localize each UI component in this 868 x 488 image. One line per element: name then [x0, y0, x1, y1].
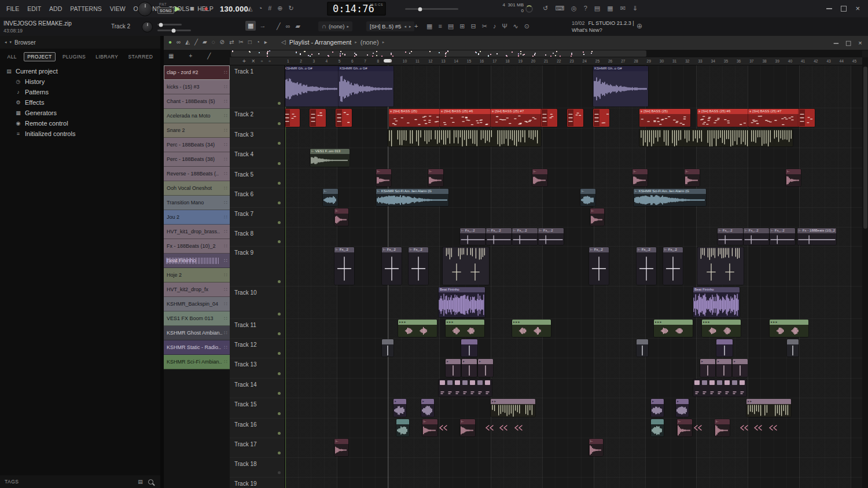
clip-bassS[interactable] [541, 109, 557, 127]
touch-controller-icon[interactable]: Ψ [502, 23, 507, 30]
clip-fx-2[interactable]: ⊢Fx_..2 [770, 228, 795, 245]
play-button[interactable]: ▶ [175, 3, 181, 14]
clip-fx-2[interactable]: ⊢Fx_..2 [538, 228, 564, 245]
track-mute-led[interactable] [278, 280, 281, 283]
clip-green[interactable]: ▸ ▸ ▸ [446, 320, 484, 337]
record-here-icon[interactable]: ● [168, 39, 172, 45]
track-lane-17[interactable]: ⊢⊢ [285, 438, 862, 458]
clip-beat-fininho[interactable]: Beat Fininho [693, 287, 740, 317]
track-mute-led[interactable] [278, 392, 281, 395]
menu-patterns[interactable]: PATTERNS [66, 5, 105, 12]
pattern-grid-icon[interactable]: ∷ [224, 200, 227, 206]
midi-keyboard-icon[interactable]: ▦ [607, 5, 613, 12]
pat-toggle[interactable]: PAT [157, 2, 174, 7]
track-lane-7[interactable]: ⊢⊢ [285, 208, 862, 228]
track-header-7[interactable]: Track 7 [230, 208, 285, 228]
cut-icon[interactable]: ✂ [482, 23, 487, 30]
track-lane-3[interactable] [285, 129, 862, 148]
mixer-icon[interactable]: ≡ [438, 23, 442, 30]
tab-project[interactable]: PROJECT [24, 52, 55, 61]
clip-fx-2[interactable]: ⊢Fx_.2 [334, 247, 354, 285]
tree-item-initialized-controls[interactable]: ≡Initialized controls [0, 129, 160, 139]
clip-mauveS[interactable]: ▸ [462, 359, 477, 377]
link-tool-icon[interactable]: ∞ [286, 23, 290, 30]
clip-vbars[interactable] [388, 129, 541, 146]
clip-vbars[interactable] [639, 129, 793, 146]
clip-spikeP[interactable]: ⊢ [590, 208, 604, 226]
vertical-scrollbar[interactable] [862, 57, 868, 488]
clip-sh-bass-25-6[interactable]: ≡[SH] BASS (25) #6 [697, 109, 748, 127]
pattern-prev-icon[interactable]: ◂ [404, 24, 406, 28]
pitch-slider[interactable] [157, 30, 191, 31]
pattern-grid-icon[interactable]: ∷ [224, 142, 227, 148]
clip-spikeP[interactable]: ⊢ [589, 439, 603, 456]
clip-bassS[interactable] [285, 109, 300, 127]
track-mute-led[interactable] [278, 452, 281, 454]
playback-follow-icon[interactable]: → [259, 23, 266, 29]
vertical-scroll-thumb[interactable] [863, 67, 867, 229]
tree-item-patterns[interactable]: ♪Patterns [0, 87, 160, 97]
pencil-icon[interactable]: ╱ [194, 39, 198, 45]
track-header-17[interactable]: Track 17 [230, 438, 285, 458]
track-lane-19[interactable] [285, 478, 862, 488]
download-icon[interactable]: ⇓ [632, 5, 638, 12]
track-header-14[interactable]: Track 14 [230, 379, 285, 398]
clip-tick[interactable] [693, 419, 706, 436]
globe-icon[interactable]: ⊕ [637, 22, 642, 30]
track-mute-led[interactable] [278, 240, 281, 243]
pattern-hoje-2[interactable]: Hoje 2∷ [164, 268, 230, 282]
clip-spikeP[interactable]: ⊢ [632, 169, 648, 186]
pattern-hvt-kit1-drop-brass[interactable]: HVT_kit1_drop_brass..∷ [164, 225, 230, 239]
close-button[interactable]: × [855, 6, 860, 12]
clip-tick[interactable] [768, 419, 781, 436]
clip-purpleS[interactable]: ▸ [676, 399, 689, 417]
pattern-jou-2[interactable]: Jou 2∷ [164, 210, 230, 225]
draw-tool-icon[interactable]: ╱ [277, 23, 281, 30]
clip-sh-bass-25-7[interactable]: ≡[SH] BASS (25) #7 [491, 109, 542, 127]
pattern-grid-icon[interactable]: ∷ [224, 258, 227, 263]
magnet-icon[interactable]: ◭ [185, 39, 190, 45]
clip-purpleS[interactable]: ▸ [651, 399, 664, 417]
tree-item-remote-control[interactable]: ◉Remote control [0, 118, 160, 129]
clip-fx-2[interactable]: ⊢Fx_..2 [512, 228, 538, 245]
clip-tick[interactable] [499, 419, 512, 436]
track-header-12[interactable]: Track 12 [230, 339, 285, 358]
stop-button[interactable]: ■ [190, 3, 194, 14]
pattern-clap-zord-2[interactable]: clap - zord #2∷ [164, 65, 230, 80]
collapse-left-icon[interactable]: ◂ [5, 40, 7, 45]
clip-spikeP[interactable]: ⊢ [428, 169, 443, 186]
pattern-next-icon[interactable]: ▸ [409, 24, 411, 28]
clip-mauveS[interactable]: ▸ [700, 359, 715, 377]
timeline-ruler[interactable]: 1234567891011121314151617181920212223242… [285, 57, 862, 65]
pattern-grid-icon[interactable]: ∷ [224, 156, 227, 162]
track-lane-10[interactable]: Beat FininhoBeat Fininho [285, 287, 862, 319]
pattern-ooh-vocal-oneshot[interactable]: Ooh Vocal Oneshot∷ [164, 181, 230, 196]
track-header-2[interactable]: Track 2 [230, 108, 285, 129]
chat-icon[interactable]: ✉ [620, 5, 626, 12]
track-mute-led[interactable] [278, 412, 281, 415]
track-mute-led[interactable] [278, 372, 281, 375]
monitor-knob[interactable] [142, 21, 153, 32]
pattern-kshmr-static-radio[interactable]: KSHMR Static - Radio..∷ [164, 340, 230, 355]
master-volume-slider[interactable] [405, 8, 458, 10]
clip-fx-2[interactable]: ⊢Fx_..2 [718, 228, 743, 245]
pattern-grid-icon[interactable]: ∷ [224, 330, 227, 336]
clip-spikeP[interactable]: ⊢ [786, 169, 801, 186]
collapse-down-icon[interactable]: ▾ [10, 40, 12, 45]
clip-spikeP[interactable]: ⊢ [685, 169, 700, 186]
tab-library[interactable]: LIBRARY [93, 53, 121, 61]
clip-lineP[interactable] [716, 339, 733, 357]
clip-fx-2[interactable]: ⊢Fx_..2 [744, 228, 769, 245]
main-volume-knob[interactable] [138, 2, 152, 16]
track-header-13[interactable]: Track 13 [230, 358, 285, 379]
clip-tick[interactable] [439, 419, 451, 436]
track-header-10[interactable]: Track 10 [230, 287, 285, 319]
clip-bassS[interactable] [799, 109, 815, 127]
pattern-grid-icon[interactable]: ∷ [224, 185, 227, 191]
clip-spikeP[interactable]: ⊢ [422, 419, 437, 436]
save-icon[interactable]: ▤ [594, 5, 600, 12]
tab-plugins[interactable]: PLUGINS [60, 53, 89, 61]
track-header-11[interactable]: Track 11 [230, 319, 285, 339]
clip-sh-bass-25-7[interactable]: ≡[SH] BASS (25) #7 [748, 109, 799, 127]
pattern-grid-icon[interactable]: ∷ [224, 84, 227, 90]
